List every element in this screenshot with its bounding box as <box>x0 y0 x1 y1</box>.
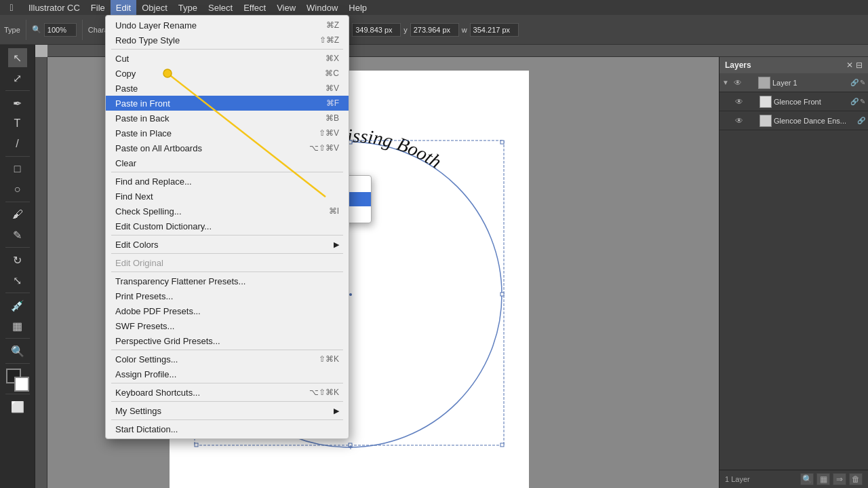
zoom-label: 🔍 <box>32 25 41 34</box>
menu-sep1 <box>111 49 343 50</box>
scale-tool[interactable]: ⤡ <box>8 271 27 290</box>
background-color[interactable] <box>14 377 29 392</box>
coord-x-input[interactable] <box>352 23 401 37</box>
ellipse-tool[interactable]: ○ <box>8 180 27 199</box>
direct-selection-tool[interactable]: ⤢ <box>8 69 27 88</box>
layer1-edit-icon[interactable]: ✎ <box>860 79 865 86</box>
menubar-effect[interactable]: Effect <box>238 0 271 15</box>
menubar-type[interactable]: Type <box>173 0 203 15</box>
zoom-tool[interactable]: 🔍 <box>8 341 27 360</box>
glencoe-front-link-icon[interactable]: 🔗 <box>850 98 859 105</box>
kbd-shortcut: ⌥⇧⌘K <box>309 388 339 397</box>
layers-search-btn[interactable]: 🔍 <box>800 473 814 485</box>
rotate-tool[interactable]: ↻ <box>8 250 27 269</box>
menu-color-settings[interactable]: Color Settings... ⇧⌘K <box>106 352 349 367</box>
menu-dict[interactable]: Edit Custom Dictionary... <box>106 219 349 233</box>
menu-assign-profile[interactable]: Assign Profile... <box>106 367 349 381</box>
spelling-label: Check Spelling... <box>115 206 323 217</box>
menu-kbd[interactable]: Keyboard Shortcuts... ⌥⇧⌘K <box>106 385 349 400</box>
layer1-visibility-icon[interactable]: 👁 <box>732 77 744 89</box>
layer-row-glencoe-dance[interactable]: 👁 Glencoe Dance Ens... 🔗 <box>719 111 868 130</box>
glencoe-front-thumbnail <box>760 96 772 108</box>
coord-y-input[interactable] <box>410 23 459 37</box>
transparency-label: Transparency Flattener Presets... <box>115 276 339 286</box>
glencoe-dance-eye-icon[interactable]: 👁 <box>733 115 745 127</box>
menu-find-next[interactable]: Find Next <box>106 189 349 204</box>
paintbrush-tool[interactable]: 🖌 <box>8 205 27 224</box>
layer-row-glencoe-front[interactable]: 👁 Glencoe Front 🔗 ✎ <box>719 92 868 111</box>
menu-paste-all[interactable]: Paste on All Artboards ⌥⇧⌘V <box>106 140 349 155</box>
menu-paste-place[interactable]: Paste in Place ⇧⌘V <box>106 126 349 140</box>
menubar-window[interactable]: Window <box>301 0 343 15</box>
menubar-edit[interactable]: Edit <box>111 0 136 15</box>
layers-close-btn[interactable]: ✕ <box>846 60 853 70</box>
art-board-tool[interactable]: ⬜ <box>8 397 27 416</box>
menubar-object[interactable]: Object <box>136 0 173 15</box>
pencil-tool[interactable]: ✎ <box>8 225 27 244</box>
menu-perspective[interactable]: Perspective Grid Presets... <box>106 333 349 348</box>
menu-sep2 <box>111 172 343 172</box>
menu-cut[interactable]: Cut ⌘X <box>106 51 349 66</box>
menubar-file[interactable]: File <box>85 0 111 15</box>
paste-back-label: Paste in Back <box>115 113 320 124</box>
clear-label: Clear <box>115 158 339 168</box>
menu-undo[interactable]: Undo Layer Rename ⌘Z <box>106 18 349 33</box>
glencoe-front-lock-icon[interactable] <box>745 96 757 108</box>
layer1-expand-icon[interactable]: ▼ <box>722 79 732 86</box>
tool-sep2 <box>5 156 30 157</box>
cut-label: Cut <box>115 54 320 64</box>
menu-edit-colors[interactable]: Edit Colors ▶ <box>106 237 349 252</box>
redo-label: Redo Type Style <box>115 35 314 45</box>
layer1-link-icon[interactable]: 🔗 <box>850 79 859 86</box>
menubar-view[interactable]: View <box>271 0 301 15</box>
menubar-app-name[interactable]: Illustrator CC <box>23 0 85 15</box>
eyedropper-tool[interactable]: 💉 <box>8 296 27 315</box>
paste-place-label: Paste in Place <box>115 128 313 138</box>
paste-front-label: Paste in Front <box>115 98 321 109</box>
layers-controls: ✕ ⊟ <box>846 60 863 70</box>
selection-tool[interactable]: ↖ <box>8 48 27 67</box>
glencoe-front-eye-icon[interactable]: 👁 <box>733 96 745 108</box>
menu-swf[interactable]: SWF Presets... <box>106 318 349 333</box>
glencoe-dance-link-icon[interactable]: 🔗 <box>857 117 865 124</box>
glencoe-front-edit-icon[interactable]: ✎ <box>860 98 865 105</box>
dictation-label: Start Dictation... <box>115 424 339 434</box>
menu-transparency[interactable]: Transparency Flattener Presets... <box>106 274 349 288</box>
glencoe-dance-lock-icon[interactable] <box>745 115 757 127</box>
menubar-help[interactable]: Help <box>343 0 372 15</box>
coord-w-input[interactable] <box>470 23 519 37</box>
apple-menu[interactable]:  <box>5 0 18 15</box>
menu-sep5 <box>111 271 343 272</box>
color-swatch[interactable] <box>6 369 29 392</box>
zoom-input[interactable] <box>44 23 77 37</box>
layers-add-btn[interactable]: ▦ <box>816 473 830 485</box>
undo-label: Undo Layer Rename <box>115 20 321 31</box>
tool-separator <box>5 90 30 91</box>
menubar-select[interactable]: Select <box>203 0 238 15</box>
gradient-tool[interactable]: ▦ <box>8 316 27 335</box>
menu-paste[interactable]: Paste ⌘V <box>106 81 349 96</box>
edit-colors-label: Edit Colors <box>115 240 331 250</box>
menu-paste-back[interactable]: Paste in Back ⌘B <box>106 111 349 126</box>
menu-adobe-pdf[interactable]: Adobe PDF Presets... <box>106 303 349 318</box>
layer-row-layer1[interactable]: ▼ 👁 Layer 1 🔗 ✎ <box>719 73 868 92</box>
type-tool[interactable]: T <box>8 114 27 133</box>
menu-clear[interactable]: Clear <box>106 155 349 170</box>
menu-redo[interactable]: Redo Type Style ⇧⌘Z <box>106 33 349 48</box>
layer1-lock-icon[interactable] <box>744 77 756 89</box>
layers-move-btn[interactable]: ⇒ <box>833 473 846 485</box>
menu-print-presets[interactable]: Print Presets... <box>106 288 349 303</box>
rect-tool[interactable]: □ <box>8 159 27 179</box>
menu-paste-front[interactable]: Paste in Front ⌘F <box>106 96 349 111</box>
layers-delete-btn[interactable]: 🗑 <box>849 473 863 485</box>
line-tool[interactable]: / <box>8 134 27 153</box>
menu-spelling[interactable]: Check Spelling... ⌘I <box>106 204 349 219</box>
menu-find[interactable]: Find and Replace... <box>106 174 349 189</box>
layers-expand-btn[interactable]: ⊟ <box>856 60 863 70</box>
pen-tool[interactable]: ✒ <box>8 94 27 113</box>
menu-my-settings[interactable]: My Settings ▶ <box>106 403 349 418</box>
menu-dictation[interactable]: Start Dictation... <box>106 421 349 436</box>
perspective-label: Perspective Grid Presets... <box>115 336 339 346</box>
layer1-name: Layer 1 <box>772 79 849 87</box>
menu-copy[interactable]: Copy ⌘C <box>106 66 349 81</box>
